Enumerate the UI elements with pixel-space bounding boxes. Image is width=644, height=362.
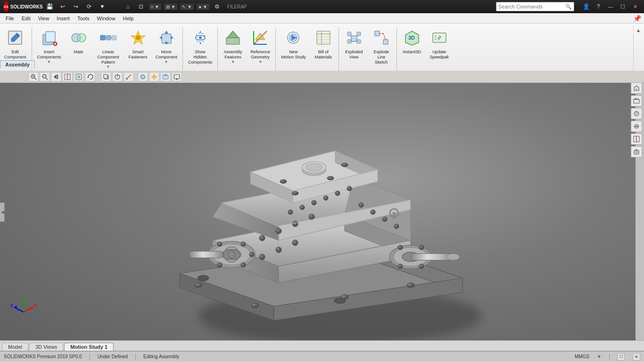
- edit-component-icon: [5, 28, 25, 48]
- section-view-button[interactable]: [62, 72, 73, 82]
- svg-rect-150: [393, 212, 396, 219]
- explode-line-sketch-label: ExplodeLineSketch: [373, 49, 389, 65]
- reference-geometry-icon: [250, 28, 270, 48]
- restore-button[interactable]: ☐: [618, 1, 628, 12]
- svg-point-140: [276, 228, 281, 234]
- menu-help[interactable]: Help: [119, 15, 138, 22]
- svg-point-118: [292, 191, 298, 195]
- search-box[interactable]: 🔍: [496, 2, 574, 11]
- camera-btn[interactable]: [631, 146, 642, 157]
- options-button[interactable]: ▼: [97, 1, 107, 12]
- editing-assembly-status: Editing Assembly: [143, 354, 179, 359]
- svg-text:3D: 3D: [408, 35, 415, 41]
- zoom-to-fit-btn[interactable]: [40, 72, 50, 82]
- view-selector-button[interactable]: [74, 72, 84, 82]
- right-floating-toolbar: [631, 82, 642, 157]
- svg-point-152: [228, 251, 235, 258]
- measure-button[interactable]: [124, 72, 134, 82]
- viewport[interactable]: X Y Z: [0, 71, 636, 340]
- close-button[interactable]: ✕: [630, 1, 640, 12]
- pin-icon[interactable]: 📌: [632, 13, 642, 24]
- svg-point-85: [153, 75, 156, 78]
- linear-component-pattern-icon: [99, 28, 118, 48]
- rotate-component-button[interactable]: [112, 72, 123, 82]
- new-motion-study-label: NewMotion Study: [281, 49, 306, 60]
- filename-label: FILERAP: [227, 4, 247, 9]
- monitor-button[interactable]: [172, 72, 182, 82]
- user-icon[interactable]: 👤: [581, 1, 591, 12]
- menu-window[interactable]: Window: [93, 15, 119, 22]
- menu-file[interactable]: File: [2, 15, 18, 22]
- svg-point-141: [292, 221, 298, 227]
- svg-point-144: [276, 247, 281, 253]
- scene-button[interactable]: [160, 72, 171, 82]
- redo-button[interactable]: ↪: [71, 1, 81, 12]
- search-input[interactable]: [498, 4, 564, 9]
- secondary-toolbar: [0, 71, 644, 83]
- display-style-btn[interactable]: [631, 108, 642, 119]
- svg-point-168: [394, 224, 399, 229]
- svg-rect-92: [174, 74, 180, 79]
- lighting-button[interactable]: [149, 72, 159, 82]
- home-view-btn[interactable]: [631, 82, 642, 94]
- display-toolbar[interactable]: ⊞ ▼: [164, 4, 178, 10]
- appearance-button[interactable]: [138, 72, 148, 82]
- tab-motion-study-1[interactable]: Motion Study 1: [64, 343, 114, 351]
- undo-button[interactable]: ↩: [58, 1, 68, 12]
- minimize-button[interactable]: —: [605, 1, 616, 12]
- svg-marker-75: [77, 75, 80, 78]
- save-button[interactable]: 💾: [44, 1, 55, 12]
- svg-point-126: [241, 263, 246, 267]
- tab-3dviews[interactable]: 3D Views: [29, 343, 63, 351]
- svg-point-161: [312, 200, 316, 205]
- bill-of-materials-icon: [314, 28, 333, 48]
- hide-show-components-btn[interactable]: [631, 121, 642, 132]
- assembly-tab: Assembly: [0, 60, 35, 68]
- svg-point-116: [280, 180, 287, 183]
- svg-rect-43: [351, 36, 357, 41]
- new-motion-study-icon: [283, 28, 303, 48]
- svg-rect-183: [634, 99, 639, 103]
- snap-toolbar[interactable]: ● ▼: [197, 4, 209, 10]
- svg-rect-28: [226, 38, 239, 44]
- units-dropdown-icon[interactable]: ▼: [597, 354, 602, 359]
- zoom-to-fit-button[interactable]: ⊡: [136, 1, 146, 12]
- zoom-to-selection-button[interactable]: [28, 72, 39, 82]
- sep5: [339, 27, 339, 76]
- cursor-toolbar[interactable]: ↖ ▼: [180, 4, 194, 10]
- status-sep1: [90, 354, 90, 360]
- copy-button[interactable]: [101, 72, 111, 82]
- menu-tools[interactable]: Tools: [74, 15, 93, 22]
- rotate-view-button[interactable]: [85, 72, 95, 82]
- help-question-button[interactable]: ?: [593, 1, 603, 12]
- status-sep2: [135, 354, 136, 360]
- left-panel-handle[interactable]: ◀: [0, 203, 5, 222]
- previous-view-button[interactable]: [51, 72, 61, 82]
- status-close-button[interactable]: ✕: [633, 353, 640, 361]
- status-expand-button[interactable]: ☐: [617, 353, 625, 361]
- svg-marker-194: [636, 149, 637, 150]
- menu-view[interactable]: View: [34, 15, 53, 22]
- svg-point-84: [140, 74, 145, 79]
- svg-rect-182: [636, 89, 637, 90]
- more-tools-button[interactable]: ⚙: [212, 1, 223, 12]
- svg-rect-4: [46, 32, 55, 42]
- svg-rect-53: [383, 40, 388, 44]
- assembly-features-label: AssemblyFeatures: [224, 49, 242, 60]
- bill-of-materials-label: Bill ofMaterials: [314, 49, 332, 60]
- svg-rect-78: [104, 74, 107, 78]
- svg-marker-173: [31, 306, 33, 309]
- svg-point-148: [269, 161, 272, 164]
- menu-insert[interactable]: Insert: [53, 15, 74, 22]
- ribbon-collapse-button[interactable]: ▲: [635, 26, 642, 34]
- svg-point-138: [446, 254, 460, 260]
- section-view-btn[interactable]: [631, 133, 642, 145]
- menu-edit[interactable]: Edit: [18, 15, 34, 22]
- svg-point-17: [136, 35, 140, 40]
- insert-components-arrow: ▼: [47, 60, 51, 65]
- rebuild-button[interactable]: ⟳: [84, 1, 94, 12]
- svg-point-124: [241, 242, 246, 247]
- tab-model[interactable]: Model: [2, 343, 28, 351]
- home-view-button[interactable]: ⌂: [123, 1, 133, 12]
- view-orientation-btn[interactable]: [631, 95, 642, 107]
